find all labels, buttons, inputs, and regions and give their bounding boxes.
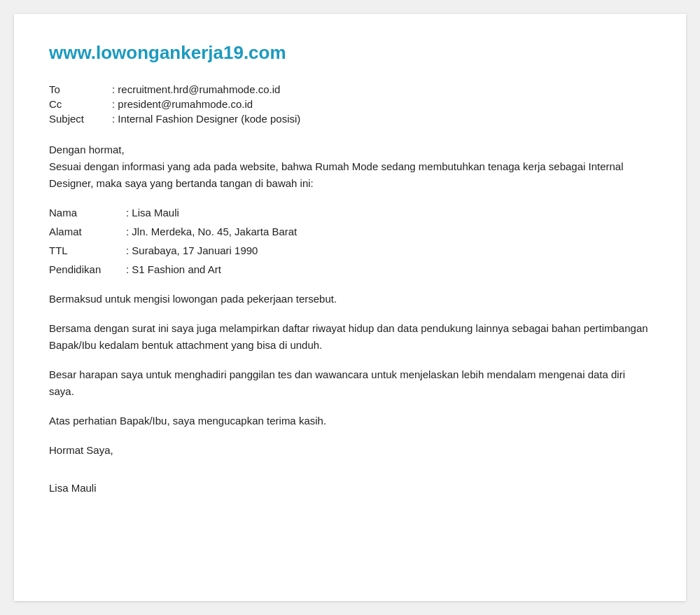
ttl-label: TTL bbox=[49, 242, 126, 259]
body-content: Dengan hormat, Sesuai dengan informasi y… bbox=[49, 141, 651, 497]
pendidikan-value: : S1 Fashion and Art bbox=[126, 261, 221, 278]
pendidikan-label: Pendidikan bbox=[49, 261, 126, 278]
nama-row: Nama : Lisa Mauli bbox=[49, 205, 651, 221]
nama-label: Nama bbox=[49, 205, 126, 221]
cc-label: Cc bbox=[49, 98, 112, 110]
para3: Besar harapan saya untuk menghadiri pang… bbox=[49, 366, 651, 400]
greeting-text: Dengan hormat, bbox=[49, 144, 125, 156]
greeting-paragraph: Dengan hormat, Sesuai dengan informasi y… bbox=[49, 141, 651, 192]
signature: Hormat Saya, Lisa Mauli bbox=[49, 442, 651, 497]
subject-label: Subject bbox=[49, 113, 112, 125]
to-value: : recruitment.hrd@rumahmode.co.id bbox=[112, 83, 280, 95]
email-header: To : recruitment.hrd@rumahmode.co.id Cc … bbox=[49, 83, 651, 125]
para4: Atas perhatian Bapak/Ibu, saya mengucapk… bbox=[49, 413, 651, 429]
email-to-row: To : recruitment.hrd@rumahmode.co.id bbox=[49, 83, 651, 95]
personal-info-table: Nama : Lisa Mauli Alamat : Jln. Merdeka,… bbox=[49, 205, 651, 278]
email-cc-row: Cc : president@rumahmode.co.id bbox=[49, 98, 651, 110]
para1: Bermaksud untuk mengisi lowongan pada pe… bbox=[49, 291, 651, 308]
pendidikan-row: Pendidikan : S1 Fashion and Art bbox=[49, 261, 651, 278]
intro-text: Sesuai dengan informasi yang ada pada we… bbox=[49, 160, 624, 189]
ttl-value: : Surabaya, 17 Januari 1990 bbox=[126, 242, 258, 259]
website-title: www.lowongankerja19.com bbox=[49, 42, 651, 64]
sender-name: Lisa Mauli bbox=[49, 480, 651, 497]
para2: Bersama dengan surat ini saya juga melam… bbox=[49, 320, 651, 354]
page-container: www.lowongankerja19.com To : recruitment… bbox=[14, 14, 686, 601]
alamat-label: Alamat bbox=[49, 223, 126, 240]
closing-text: Hormat Saya, bbox=[49, 442, 651, 459]
to-label: To bbox=[49, 83, 112, 95]
ttl-row: TTL : Surabaya, 17 Januari 1990 bbox=[49, 242, 651, 259]
cc-value: : president@rumahmode.co.id bbox=[112, 98, 253, 110]
alamat-row: Alamat : Jln. Merdeka, No. 45, Jakarta B… bbox=[49, 223, 651, 240]
alamat-value: : Jln. Merdeka, No. 45, Jakarta Barat bbox=[126, 223, 297, 240]
nama-value: : Lisa Mauli bbox=[126, 205, 179, 221]
email-subject-row: Subject : Internal Fashion Designer (kod… bbox=[49, 113, 651, 125]
subject-value: : Internal Fashion Designer (kode posisi… bbox=[112, 113, 300, 125]
